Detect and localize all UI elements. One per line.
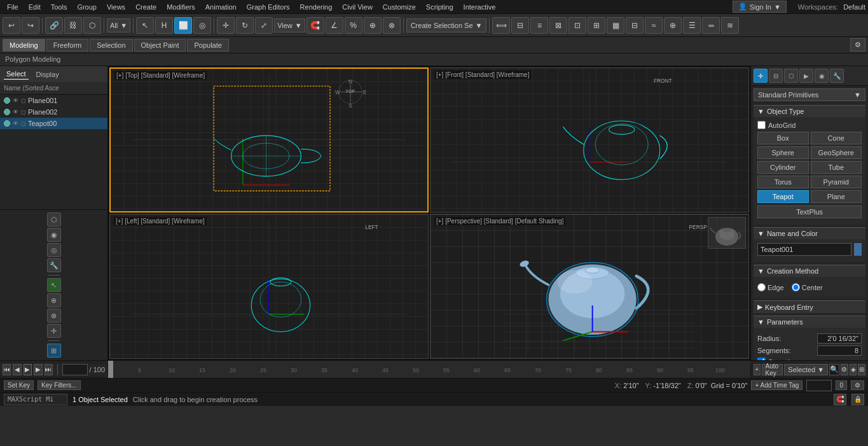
sign-in-button[interactable]: 👤 Sign In ▼	[733, 1, 787, 13]
key-filters-button[interactable]: Key Filters...	[38, 380, 81, 390]
frame-input[interactable]: 0	[62, 364, 88, 375]
scene-sel-teapot[interactable]: ◻	[21, 120, 25, 127]
align9-button[interactable]: ⊕	[664, 17, 682, 34]
primitives-dropdown[interactable]: Standard Primitives ▼	[754, 88, 865, 101]
scene-item-plane001[interactable]: 👁 ◻ Plane001	[0, 95, 107, 106]
timeline-track[interactable]: 0 5 10 15 20 25 30 35 40 45 50 55 60 65 …	[108, 361, 750, 378]
filter-dropdown[interactable]: All ▼	[107, 18, 130, 32]
view-dropdown[interactable]: View ▼	[274, 18, 305, 32]
undo-button[interactable]: ↩	[3, 17, 20, 34]
menu-civil-view[interactable]: Civil View	[338, 2, 376, 12]
tl-search-button[interactable]: 🔍	[829, 364, 839, 375]
menu-animation[interactable]: Animation	[201, 2, 241, 12]
tab-selection[interactable]: Selection	[90, 39, 132, 52]
scene-tool-hierarchy[interactable]: ⬡	[47, 213, 61, 226]
btn-plane[interactable]: Plane	[811, 190, 862, 203]
menu-customize[interactable]: Customize	[378, 2, 420, 12]
tl-extra1-button[interactable]: ◈	[850, 364, 857, 375]
radio-edge-input[interactable]	[757, 283, 766, 291]
tl-next-key[interactable]: ⏭	[45, 364, 53, 375]
btn-box[interactable]: Box	[757, 132, 809, 144]
scale-button[interactable]: ⤢	[255, 17, 273, 34]
viewport-top[interactable]: [+] [Top] [Standard] [Wireframe]	[109, 67, 429, 213]
modify-panel-icon[interactable]: ⊟	[769, 69, 783, 83]
segments-input[interactable]	[817, 345, 862, 356]
btn-tube[interactable]: Tube	[811, 161, 862, 174]
keyboard-entry-header[interactable]: ▶ Keyboard Entry	[754, 300, 865, 313]
align8-button[interactable]: ≈	[645, 17, 663, 34]
menu-edit[interactable]: Edit	[24, 2, 45, 12]
tab-populate[interactable]: Populate	[187, 39, 228, 52]
menu-group[interactable]: Group	[72, 2, 101, 12]
menu-rendering[interactable]: Rendering	[296, 2, 337, 12]
bind-button[interactable]: ⬡	[83, 17, 101, 34]
viewport-perspective[interactable]: [+] [Perspective] [Standard] [Default Sh…	[430, 214, 749, 359]
align4-button[interactable]: ⊡	[568, 17, 586, 34]
smooth-checkbox[interactable]	[757, 358, 766, 360]
menu-file[interactable]: File	[3, 2, 23, 12]
creation-method-header[interactable]: ▼ Creation Method	[754, 265, 865, 277]
btn-textplus[interactable]: TextPlus	[757, 206, 862, 218]
scene-tool-quad[interactable]: ⊞	[47, 344, 61, 358]
snap-toggle[interactable]: 🧲	[307, 17, 324, 34]
align5-button[interactable]: ⊞	[588, 17, 605, 34]
name-color-header[interactable]: ▼ Name and Color	[754, 227, 865, 239]
link-button[interactable]: 🔗	[45, 17, 63, 34]
mirror-button[interactable]: ⟺	[492, 17, 510, 34]
scene-tool-motion[interactable]: ◉	[47, 228, 61, 242]
scene-tool-display[interactable]: ◎	[47, 243, 61, 257]
tab-modeling[interactable]: Modeling	[3, 39, 45, 52]
scene-eye-plane002[interactable]: 👁	[13, 109, 18, 115]
layers-button[interactable]: ☰	[683, 17, 701, 34]
time-frame-input[interactable]: 0	[806, 380, 832, 391]
selected-dropdown[interactable]: Selected ▼	[784, 364, 828, 375]
motion-panel-icon[interactable]: ▶	[799, 69, 813, 83]
select-filter-button[interactable]: ◎	[193, 17, 211, 34]
scene-item-plane002[interactable]: 👁 ◻ Plane002	[0, 106, 107, 118]
tl-next-frame[interactable]: ▶	[34, 364, 42, 375]
tab-freeform[interactable]: Freeform	[46, 39, 89, 52]
scene-sel-plane001[interactable]: ◻	[21, 97, 25, 104]
btn-sphere[interactable]: Sphere	[757, 146, 809, 159]
time-value-button[interactable]: 0	[836, 380, 847, 390]
object-type-header[interactable]: ▼ Object Type	[754, 105, 865, 117]
select-button[interactable]: ↖	[136, 17, 154, 34]
snap-icon-button[interactable]: 🧲	[834, 394, 846, 405]
utility-panel-icon[interactable]: 🔧	[830, 69, 844, 83]
menu-views[interactable]: Views	[102, 2, 130, 12]
redo-button[interactable]: ↪	[22, 17, 39, 34]
parameters-header[interactable]: ▼ Parameters	[754, 316, 865, 328]
autogrid-checkbox[interactable]	[757, 121, 766, 129]
btn-pyramid[interactable]: Pyramid	[811, 176, 862, 188]
scene-tab-select[interactable]: Select	[4, 69, 29, 80]
menu-graph-editors[interactable]: Graph Editors	[242, 2, 294, 12]
tab-object-paint[interactable]: Object Paint	[134, 39, 186, 52]
tl-add-key-mode[interactable]: +	[754, 364, 761, 375]
curve-button[interactable]: ≋	[721, 17, 739, 34]
menu-create[interactable]: Create	[131, 2, 161, 12]
radio-edge[interactable]: Edge	[757, 283, 784, 291]
radius-input[interactable]	[817, 333, 862, 344]
select-name-button[interactable]: H	[155, 17, 173, 34]
btn-cone[interactable]: Cone	[811, 132, 862, 144]
viewport-left[interactable]: [+] [Left] [Standard] [Wireframe] LEFT	[109, 214, 429, 359]
align2-button[interactable]: ≡	[530, 17, 548, 34]
create-panel-icon[interactable]: ✛	[754, 69, 768, 83]
move-button[interactable]: ✛	[217, 17, 235, 34]
menu-modifiers[interactable]: Modifiers	[162, 2, 200, 12]
tl-settings-button[interactable]: ⚙	[841, 364, 848, 375]
scene-tool-expand[interactable]: ⊕	[47, 293, 61, 307]
menu-tools[interactable]: Tools	[46, 2, 72, 12]
radio-center[interactable]: Center	[792, 283, 823, 291]
radio-center-input[interactable]	[792, 283, 800, 291]
set-key-button[interactable]: Set Key	[4, 380, 34, 390]
sub-toolbar-settings-button[interactable]: ⚙	[850, 38, 865, 52]
viewport-front[interactable]: [+] [Front] [Standard] [Wireframe]	[430, 67, 749, 213]
scene-sel-plane002[interactable]: ◻	[21, 109, 25, 115]
lock-icon-button[interactable]: 🔒	[851, 394, 864, 405]
align7-button[interactable]: ⊟	[626, 17, 644, 34]
btn-torus[interactable]: Torus	[757, 176, 809, 188]
btn-teapot[interactable]: Teapot	[757, 190, 809, 203]
object-name-input[interactable]	[757, 243, 851, 256]
auto-key-button[interactable]: Auto Key	[762, 364, 783, 375]
